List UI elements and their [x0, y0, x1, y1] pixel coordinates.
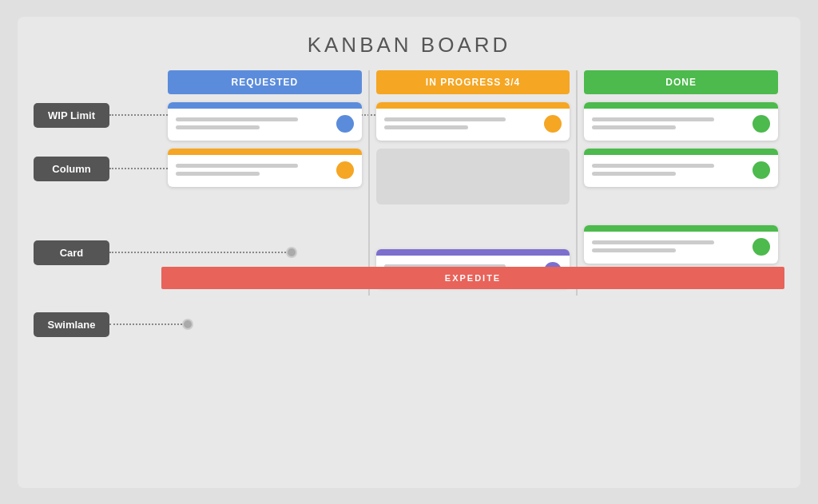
- board-grid: REQUESTED: [161, 70, 784, 296]
- card-inprogress-1[interactable]: [376, 102, 570, 141]
- card-body-exp-done: [584, 232, 778, 264]
- card-dot-d2: [752, 161, 770, 179]
- column-label: Column: [34, 157, 109, 181]
- card-done-1[interactable]: [584, 102, 778, 141]
- card-requested-2[interactable]: [168, 149, 362, 187]
- column-header-inprogress: IN PROGRESS 3/4: [376, 70, 570, 94]
- card-line-short-2: [176, 172, 260, 176]
- expedite-spacer-ip: [376, 212, 570, 219]
- card-line-d2-short: [592, 172, 676, 176]
- card-line-expd-long: [592, 240, 714, 244]
- card-lines-2: [176, 164, 328, 176]
- card-dot-d1: [752, 115, 770, 133]
- card-body-d2: [584, 155, 778, 187]
- card-top-bar-blue: [168, 102, 362, 109]
- card-line-long-2: [176, 164, 298, 168]
- wip-limit-label: WIP Limit: [34, 103, 109, 128]
- board-container: KANBAN BOARD WIP Limit Column Card Swiml…: [18, 17, 800, 488]
- column-done: DONE: [576, 70, 784, 296]
- card-line-short: [176, 125, 260, 129]
- card-body-ip1: [376, 109, 570, 141]
- board-title: KANBAN BOARD: [34, 33, 784, 58]
- card-dot-blue: [336, 115, 354, 133]
- expedite-label: EXPEDITE: [445, 273, 501, 283]
- card-top-orange-1: [376, 102, 570, 109]
- expedite-swimlane-bar: EXPEDITE: [161, 267, 784, 289]
- card-top-green-1: [584, 102, 778, 109]
- card-line-expd-short: [592, 248, 676, 252]
- card-lines-ip1: [384, 117, 537, 129]
- column-inprogress: IN PROGRESS 3/4: [368, 70, 577, 296]
- main-content: REQUESTED: [161, 70, 784, 296]
- card-lines-d1: [592, 117, 745, 129]
- card-expedite-done[interactable]: [584, 225, 778, 264]
- card-requested-1[interactable]: [168, 102, 362, 141]
- swimlane-label: Swimlane: [34, 312, 109, 337]
- card-done-2[interactable]: [584, 149, 778, 187]
- card-line-d1-long: [592, 117, 714, 121]
- card-body-d1: [584, 109, 778, 141]
- card-dot-ip1: [544, 115, 562, 133]
- column-requested: REQUESTED: [161, 70, 368, 296]
- card-body: [168, 109, 362, 141]
- card-body-2: [168, 155, 362, 187]
- column-header-requested: REQUESTED: [168, 70, 362, 94]
- card-label: Card: [34, 240, 109, 265]
- annotation-swimlane: Swimlane: [34, 312, 193, 337]
- card-line-d2-long: [592, 164, 714, 168]
- card-top-green-2: [584, 149, 778, 155]
- card-line-long: [176, 117, 298, 121]
- card-dot-orange: [336, 161, 354, 179]
- card-line-ip1-long: [384, 117, 506, 121]
- card-line-ip1-short: [384, 125, 468, 129]
- swimlane-dot: [182, 319, 193, 330]
- card-line-d1-short: [592, 125, 676, 129]
- card-lines-exp-done: [592, 240, 745, 252]
- card-dot-green-exp: [752, 238, 770, 256]
- card-top-purple: [376, 249, 570, 256]
- card-lines-d2: [592, 164, 745, 176]
- card-top-bar-orange: [168, 149, 362, 155]
- expedite-bar-spacer-done: [584, 195, 778, 217]
- column-header-done: DONE: [584, 70, 778, 94]
- card-top-green-exp: [584, 225, 778, 232]
- column-spacer-requested: [168, 195, 362, 259]
- card-lines: [176, 117, 328, 129]
- swimlane-line: [109, 323, 182, 325]
- card-placeholder-inprogress: [376, 149, 570, 204]
- expedite-bar-spacer: [376, 219, 570, 241]
